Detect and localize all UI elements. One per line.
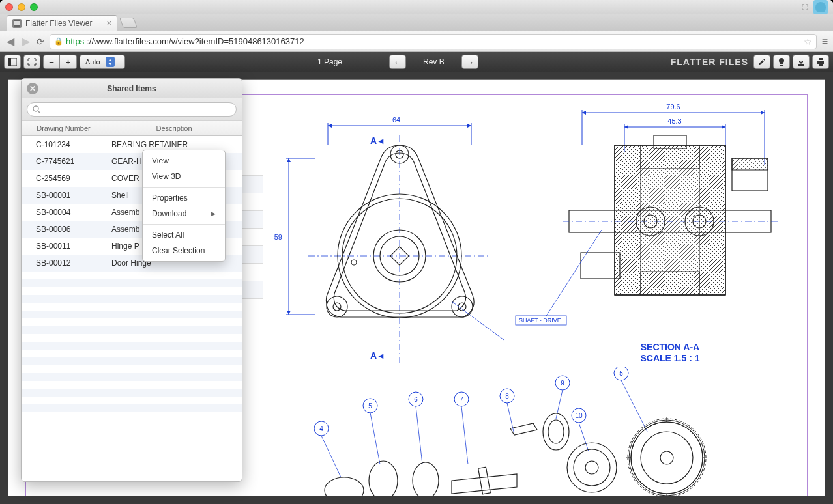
browser-addressbar: ◀ ▶ ⟳ 🔒 https ://www.flatterfiles.com/v/… bbox=[0, 31, 833, 52]
download-button[interactable] bbox=[793, 55, 810, 69]
menu-separator bbox=[143, 187, 225, 188]
new-tab-button[interactable] bbox=[119, 18, 138, 28]
reload-button[interactable]: ⟳ bbox=[37, 36, 44, 47]
zoom-value: Auto bbox=[85, 58, 100, 66]
svg-text:4: 4 bbox=[319, 425, 323, 432]
minimize-window-button[interactable] bbox=[18, 3, 25, 11]
svg-rect-3 bbox=[8, 58, 11, 66]
svg-point-85 bbox=[660, 451, 673, 464]
fullscreen-icon[interactable] bbox=[800, 3, 810, 12]
table-row-empty bbox=[22, 334, 242, 342]
back-button[interactable]: ◀ bbox=[5, 34, 16, 49]
menu-separator bbox=[143, 224, 225, 225]
fit-page-button[interactable] bbox=[23, 55, 40, 69]
zoom-window-button[interactable] bbox=[30, 3, 38, 11]
context-menu-item[interactable]: View 3D bbox=[143, 169, 225, 184]
table-row-empty bbox=[22, 357, 242, 365]
revision-label: Rev B bbox=[411, 57, 456, 66]
svg-point-80 bbox=[567, 443, 617, 492]
panel-search-input[interactable] bbox=[27, 102, 237, 117]
cell-drawing-number: SB-00001 bbox=[22, 187, 106, 204]
svg-text:8: 8 bbox=[505, 393, 509, 400]
table-row-empty bbox=[22, 365, 242, 373]
table-row-empty bbox=[22, 303, 242, 311]
svg-text:5: 5 bbox=[368, 402, 372, 410]
brand-label: FLATTER FILES bbox=[671, 57, 748, 67]
svg-point-78 bbox=[543, 413, 569, 450]
cell-drawing-number: SB-00011 bbox=[22, 238, 106, 255]
panel-close-button[interactable]: ✕ bbox=[27, 83, 38, 94]
svg-text:7: 7 bbox=[460, 396, 463, 403]
svg-text:6: 6 bbox=[414, 396, 418, 403]
svg-line-93 bbox=[38, 111, 40, 113]
close-window-button[interactable] bbox=[5, 3, 13, 11]
edit-button[interactable] bbox=[753, 55, 770, 69]
tab-close-icon[interactable]: × bbox=[106, 18, 111, 28]
context-menu-item[interactable]: Properties bbox=[143, 190, 225, 206]
cell-drawing-number: C-7745621 bbox=[22, 153, 106, 170]
svg-text:79.6: 79.6 bbox=[666, 103, 680, 111]
window-titlebar bbox=[0, 0, 833, 14]
svg-rect-48 bbox=[732, 158, 768, 170]
print-button[interactable] bbox=[812, 55, 829, 69]
user-avatar[interactable] bbox=[813, 0, 828, 14]
browser-tab[interactable]: Flatter Files Viewer × bbox=[7, 15, 117, 31]
panel-column-headers[interactable]: Drawing Number Description bbox=[22, 120, 242, 136]
context-menu-item[interactable]: Clear Selection bbox=[143, 243, 225, 259]
address-field[interactable]: 🔒 https ://www.flatterfiles.com/v/view?i… bbox=[50, 34, 817, 49]
svg-point-76 bbox=[413, 462, 439, 496]
svg-rect-41 bbox=[699, 145, 725, 295]
svg-rect-1 bbox=[14, 21, 20, 25]
svg-text:A ◂: A ◂ bbox=[370, 135, 384, 146]
table-row-empty bbox=[22, 279, 242, 287]
tab-title: Flatter Files Viewer bbox=[25, 19, 92, 28]
table-row-empty bbox=[22, 272, 242, 279]
drawing-exploded-view: 4 5 6 7 8 9 10 5 bbox=[282, 367, 778, 496]
shared-items-panel: ✕ Shared Items Drawing Number Descriptio… bbox=[21, 78, 242, 482]
table-row-empty bbox=[22, 342, 242, 350]
drawing-housing-view: 64 59 A ◂ A ◂ bbox=[256, 100, 504, 373]
search-icon bbox=[33, 105, 40, 113]
col-drawing-number[interactable]: Drawing Number bbox=[22, 121, 106, 135]
svg-text:A ◂: A ◂ bbox=[370, 350, 384, 361]
drawing-section-view: 79.6 45.3 bbox=[504, 93, 791, 373]
cell-drawing-number: C-101234 bbox=[22, 136, 106, 153]
context-menu-item[interactable]: View bbox=[143, 153, 225, 169]
table-row-empty bbox=[22, 381, 242, 389]
sidebar-toggle-button[interactable] bbox=[4, 55, 21, 69]
zoom-out-button[interactable]: − bbox=[43, 55, 60, 69]
zoom-in-button[interactable]: + bbox=[60, 55, 77, 69]
forward-button[interactable]: ▶ bbox=[21, 34, 31, 49]
svg-point-82 bbox=[585, 461, 598, 474]
prev-revision-button[interactable]: ← bbox=[389, 55, 406, 69]
svg-text:9: 9 bbox=[561, 380, 564, 387]
cell-drawing-number: C-254569 bbox=[22, 170, 106, 187]
table-row-empty bbox=[22, 373, 242, 381]
svg-text:64: 64 bbox=[392, 116, 400, 124]
next-revision-button[interactable]: → bbox=[461, 55, 478, 69]
page-indicator: 1 Page bbox=[317, 57, 342, 66]
context-menu-item[interactable]: Download▶ bbox=[143, 206, 225, 221]
context-menu: ViewView 3DPropertiesDownload▶Select All… bbox=[142, 150, 226, 262]
panel-title: Shared Items bbox=[107, 84, 156, 93]
svg-point-83 bbox=[631, 422, 703, 494]
table-row-empty bbox=[22, 397, 242, 404]
svg-point-75 bbox=[369, 461, 398, 496]
cell-drawing-number: SB-00012 bbox=[22, 255, 106, 272]
svg-text:SHAFT - DRIVE: SHAFT - DRIVE bbox=[519, 317, 561, 324]
table-row-empty bbox=[22, 295, 242, 303]
svg-text:SCALE 1.5 : 1: SCALE 1.5 : 1 bbox=[640, 353, 699, 363]
browser-menu-button[interactable]: ≡ bbox=[822, 36, 828, 48]
idea-button[interactable] bbox=[773, 55, 790, 69]
svg-text:SECTION A-A: SECTION A-A bbox=[641, 342, 699, 352]
table-row-empty bbox=[22, 404, 242, 412]
cell-drawing-number: SB-00006 bbox=[22, 221, 106, 238]
svg-rect-43 bbox=[641, 272, 699, 295]
panel-header[interactable]: ✕ Shared Items bbox=[22, 79, 242, 98]
svg-point-84 bbox=[641, 432, 693, 484]
col-description[interactable]: Description bbox=[106, 121, 242, 135]
bookmark-icon[interactable]: ☆ bbox=[804, 36, 812, 47]
zoom-select[interactable]: Auto ▲▼ bbox=[80, 55, 125, 69]
table-row-empty bbox=[22, 318, 242, 326]
context-menu-item[interactable]: Select All bbox=[143, 227, 225, 243]
